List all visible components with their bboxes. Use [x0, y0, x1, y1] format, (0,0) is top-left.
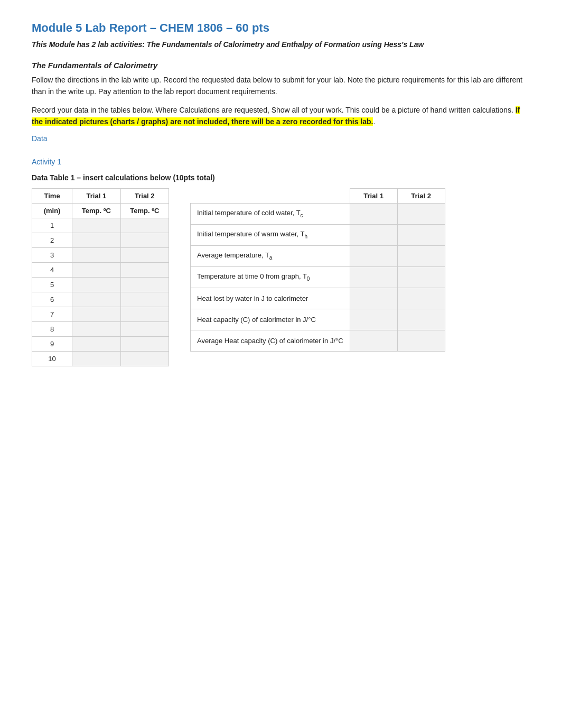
subtitle: This Module has 2 lab activities: The Fu…	[32, 39, 529, 50]
table-row: 6	[32, 292, 169, 307]
trial1-cell[interactable]	[72, 307, 120, 321]
trial1-cell[interactable]	[72, 233, 120, 247]
right-col2-header: Trial 2	[397, 188, 445, 203]
trial1-cell[interactable]	[72, 277, 120, 292]
data-label: Data	[32, 134, 529, 143]
right-label-cell: Temperature at time 0 from graph, T0	[191, 266, 350, 288]
table-row: 5	[32, 277, 169, 292]
left-col2-subheader: Temp. ºC	[72, 203, 120, 218]
right-label-cell: Initial temperature of cold water, Tc	[191, 203, 350, 224]
right-trial1-cell[interactable]	[350, 288, 397, 309]
table-row: 8	[32, 321, 169, 336]
trial2-cell[interactable]	[120, 307, 169, 321]
trial2-cell[interactable]	[120, 262, 169, 277]
right-table-wrapper: Trial 1 Trial 2 Initial temperature of c…	[190, 188, 445, 352]
time-cell: 6	[32, 292, 72, 307]
paragraph-2: Record your data in the tables below. Wh…	[32, 104, 529, 128]
right-trial2-cell[interactable]	[397, 288, 445, 309]
time-cell: 10	[32, 351, 72, 366]
trial1-cell[interactable]	[72, 247, 120, 262]
right-trial2-cell[interactable]	[397, 203, 445, 224]
trial2-cell[interactable]	[120, 292, 169, 307]
trial2-cell[interactable]	[120, 277, 169, 292]
right-trial2-cell[interactable]	[397, 245, 445, 266]
right-trial2-cell[interactable]	[397, 309, 445, 330]
time-cell: 9	[32, 336, 72, 351]
para2-before: Record your data in the tables below. Wh…	[32, 106, 516, 114]
right-trial1-cell[interactable]	[350, 203, 397, 224]
left-col3-subheader: Temp. ºC	[120, 203, 169, 218]
trial2-cell[interactable]	[120, 247, 169, 262]
trial1-cell[interactable]	[72, 262, 120, 277]
table-title: Data Table 1 – insert calculations below…	[32, 173, 529, 182]
time-cell: 3	[32, 247, 72, 262]
trial1-cell[interactable]	[72, 336, 120, 351]
trial1-cell[interactable]	[72, 351, 120, 366]
right-table-row: Heat capacity (C) of calorimeter in J/°C	[191, 309, 445, 330]
time-cell: 8	[32, 321, 72, 336]
right-trial2-cell[interactable]	[397, 224, 445, 245]
trial2-cell[interactable]	[120, 218, 169, 233]
para2-period: .	[373, 117, 375, 126]
time-cell: 4	[32, 262, 72, 277]
right-trial1-cell[interactable]	[350, 309, 397, 330]
right-trial1-cell[interactable]	[350, 224, 397, 245]
left-col3-header: Trial 2	[120, 188, 169, 203]
trial2-cell[interactable]	[120, 336, 169, 351]
table-row: 1	[32, 218, 169, 233]
left-col1-header: Time	[32, 188, 72, 203]
time-cell: 7	[32, 307, 72, 321]
paragraph-1: Follow the directions in the lab write u…	[32, 74, 529, 98]
right-table-row: Initial temperature of warm water, Th	[191, 224, 445, 245]
right-table-row: Heat lost by water in J to calorimeter	[191, 288, 445, 309]
right-table: Trial 1 Trial 2 Initial temperature of c…	[190, 188, 445, 352]
right-label-cell: Average temperature, Ta	[191, 245, 350, 266]
page-title: Module 5 Lab Report – CHEM 1806 – 60 pts	[32, 21, 529, 35]
right-trial1-cell[interactable]	[350, 330, 397, 351]
right-table-row: Temperature at time 0 from graph, T0	[191, 266, 445, 288]
table-row: 4	[32, 262, 169, 277]
left-table: Time Trial 1 Trial 2 (min) Temp. ºC Temp…	[32, 188, 169, 366]
right-trial2-cell[interactable]	[397, 330, 445, 351]
activity-label: Activity 1	[32, 158, 529, 166]
right-trial1-cell[interactable]	[350, 266, 397, 288]
right-table-row: Average Heat capacity (C) of calorimeter…	[191, 330, 445, 351]
right-trial1-cell[interactable]	[350, 245, 397, 266]
section1-title: The Fundamentals of Calorimetry	[32, 61, 529, 70]
time-cell: 5	[32, 277, 72, 292]
time-cell: 2	[32, 233, 72, 247]
right-label-cell: Heat lost by water in J to calorimeter	[191, 288, 350, 309]
table-row: 2	[32, 233, 169, 247]
right-label-cell: Heat capacity (C) of calorimeter in J/°C	[191, 309, 350, 330]
table-row: 9	[32, 336, 169, 351]
trial2-cell[interactable]	[120, 351, 169, 366]
right-trial2-cell[interactable]	[397, 266, 445, 288]
right-table-row: Initial temperature of cold water, Tc	[191, 203, 445, 224]
right-spacer-header	[191, 188, 350, 203]
left-col2-header: Trial 1	[72, 188, 120, 203]
table-row: 3	[32, 247, 169, 262]
right-label-cell: Average Heat capacity (C) of calorimeter…	[191, 330, 350, 351]
left-col1-subheader: (min)	[32, 203, 72, 218]
trial2-cell[interactable]	[120, 233, 169, 247]
trial2-cell[interactable]	[120, 321, 169, 336]
trial1-cell[interactable]	[72, 321, 120, 336]
table-row: 7	[32, 307, 169, 321]
time-cell: 1	[32, 218, 72, 233]
right-table-row: Average temperature, Ta	[191, 245, 445, 266]
trial1-cell[interactable]	[72, 218, 120, 233]
table-row: 10	[32, 351, 169, 366]
right-label-cell: Initial temperature of warm water, Th	[191, 224, 350, 245]
tables-container: Time Trial 1 Trial 2 (min) Temp. ºC Temp…	[32, 188, 529, 366]
right-col1-header: Trial 1	[350, 188, 397, 203]
trial1-cell[interactable]	[72, 292, 120, 307]
